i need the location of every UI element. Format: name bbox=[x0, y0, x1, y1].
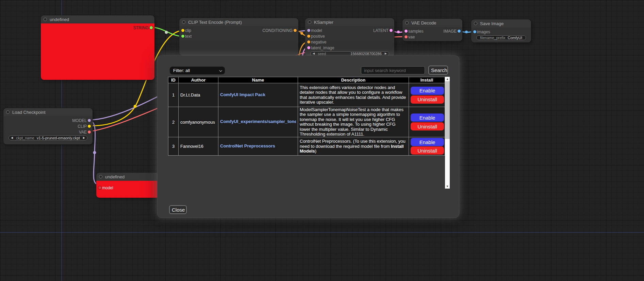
dropdown-caret-icon bbox=[219, 69, 222, 72]
input-slot-model[interactable] bbox=[307, 29, 310, 32]
wire-midpoint-dot bbox=[134, 105, 137, 108]
output-slot-clip[interactable] bbox=[88, 125, 91, 128]
close-button[interactable]: Close bbox=[169, 205, 187, 214]
node-collapse-icon[interactable] bbox=[99, 175, 102, 178]
input-slot-samples[interactable] bbox=[404, 30, 408, 33]
node-collapse-icon[interactable] bbox=[6, 110, 10, 114]
output-slot-label: VAE bbox=[79, 130, 87, 135]
node-clip-text-encode[interactable]: CLIP Text Encode (Prompt) clip CONDITION… bbox=[179, 18, 298, 55]
column-header-name: Name bbox=[218, 77, 298, 83]
input-slot-label: negative bbox=[311, 40, 326, 45]
uninstall-button[interactable]: Uninstall bbox=[411, 95, 444, 104]
node-ksampler[interactable]: KSampler model LATENT positive negative … bbox=[305, 18, 394, 57]
input-slot-label: text bbox=[185, 34, 192, 39]
output-slot-latent[interactable] bbox=[390, 29, 393, 32]
input-slot-clip[interactable] bbox=[181, 29, 184, 32]
node-collapse-icon[interactable] bbox=[474, 22, 477, 25]
input-slot-model[interactable] bbox=[98, 186, 101, 189]
decrement-arrow-icon[interactable]: ◀ bbox=[11, 137, 13, 139]
node-title: undefined bbox=[50, 17, 69, 22]
node-header: undefined bbox=[41, 15, 154, 23]
input-slot-label: latent_image bbox=[311, 46, 334, 50]
extension-description: This extension offers various detector n… bbox=[298, 83, 409, 107]
input-slot-label: model bbox=[102, 186, 113, 190]
wire-midpoint-dot bbox=[465, 31, 468, 33]
node-header: CLIP Text Encode (Prompt) bbox=[179, 18, 298, 26]
output-slot-label: LATENT bbox=[373, 28, 389, 33]
input-slot-latent-image[interactable] bbox=[307, 46, 310, 49]
node-title: Save Image bbox=[480, 21, 503, 26]
output-slot-conditioning[interactable] bbox=[294, 29, 297, 32]
search-input[interactable] bbox=[361, 66, 425, 74]
column-header-author: Author bbox=[179, 77, 218, 83]
input-slot-label: samples bbox=[408, 29, 424, 34]
enable-button[interactable]: Enable bbox=[411, 87, 444, 95]
output-slot-label: MODEL bbox=[72, 118, 87, 123]
extension-link[interactable]: ComfyUI Impact Pack bbox=[220, 92, 265, 97]
scroll-up-icon[interactable]: ▲ bbox=[445, 77, 450, 81]
node-load-checkpoint[interactable]: Load Checkpoint MODEL CLIP VAE ◀ ckpt_na… bbox=[3, 108, 93, 144]
input-slot-positive[interactable] bbox=[307, 35, 310, 38]
input-slot-images[interactable] bbox=[473, 30, 476, 33]
widget-label: filename_prefix bbox=[480, 36, 506, 40]
node-collapse-icon[interactable] bbox=[182, 20, 185, 24]
increment-arrow-icon[interactable]: ▶ bbox=[385, 52, 387, 55]
canvas-origin-horizontal-line bbox=[0, 232, 644, 233]
extension-table: ID Author Name Description Install 1 Dr.… bbox=[168, 77, 445, 156]
output-slot-image[interactable] bbox=[458, 30, 461, 33]
ckpt-name-widget[interactable]: ◀ ckpt_name v1-5-pruned-emaonly.ckpt ▶ bbox=[9, 136, 87, 140]
node-title: KSampler bbox=[314, 20, 333, 25]
filename-prefix-widget[interactable]: filename_prefix ComfyUI bbox=[476, 35, 526, 40]
enable-button[interactable]: Enable bbox=[411, 138, 444, 146]
scroll-down-icon[interactable]: ▼ bbox=[445, 184, 450, 189]
input-slot-negative[interactable] bbox=[307, 40, 310, 43]
output-slot-label: CONDITIONING bbox=[262, 28, 293, 33]
extension-author: Dr.Lt.Data bbox=[179, 83, 218, 107]
uninstall-button[interactable]: Uninstall bbox=[411, 122, 444, 130]
extension-id: 2 bbox=[168, 107, 179, 137]
node-vae-decode[interactable]: VAE Decode samples IMAGE vae bbox=[402, 19, 462, 41]
output-slot-string[interactable] bbox=[150, 26, 153, 29]
extension-id: 3 bbox=[168, 137, 179, 156]
node-collapse-icon[interactable] bbox=[308, 20, 311, 24]
uninstall-button[interactable]: Uninstall bbox=[411, 146, 444, 155]
output-slot-model[interactable] bbox=[88, 119, 91, 122]
output-slot-vae[interactable] bbox=[88, 130, 91, 134]
widget-label: ckpt_name bbox=[16, 136, 34, 140]
widget-value: v1-5-pruned-emaonly.ckpt bbox=[37, 136, 80, 140]
node-header: KSampler bbox=[305, 18, 394, 26]
node-header: Save Image bbox=[471, 19, 531, 28]
wire-string bbox=[151, 27, 183, 36]
node-undefined-bottom[interactable]: undefined model bbox=[96, 173, 164, 198]
extension-description: ModelSamplerTonemapNoiseTest a node that… bbox=[298, 107, 409, 137]
extension-description: ControlNet Preprocessors. (To use this e… bbox=[298, 137, 409, 156]
filter-dropdown[interactable]: Filter: all bbox=[170, 67, 225, 74]
input-slot-text[interactable] bbox=[181, 35, 184, 38]
extension-link[interactable]: ControlNet Preprocessors bbox=[220, 143, 275, 148]
node-save-image[interactable]: Save Image images filename_prefix ComfyU… bbox=[471, 19, 531, 42]
node-collapse-icon[interactable] bbox=[405, 21, 409, 24]
column-header-install: Install bbox=[409, 77, 445, 83]
output-slot-label: IMAGE bbox=[443, 29, 457, 34]
decrement-arrow-icon[interactable]: ◀ bbox=[313, 52, 315, 55]
node-header: Load Checkpoint bbox=[3, 108, 93, 116]
widget-value: ComfyUI bbox=[508, 36, 522, 40]
table-header-row: ID Author Name Description Install bbox=[168, 77, 445, 83]
node-collapse-icon[interactable] bbox=[44, 18, 47, 21]
output-slot-label: STRING bbox=[133, 25, 149, 30]
search-button[interactable]: Search bbox=[428, 66, 448, 75]
extension-link[interactable]: ComfyUI_experiments/sampler_tonemap bbox=[220, 119, 296, 124]
input-slot-label: vae bbox=[408, 35, 415, 39]
scrollbar-thumb[interactable] bbox=[445, 81, 450, 139]
input-slot-label: images bbox=[477, 30, 490, 34]
wire-midpoint-dot bbox=[93, 151, 96, 154]
extension-author: comfyanonymous bbox=[179, 107, 218, 137]
enable-button[interactable]: Enable bbox=[411, 113, 444, 122]
input-slot-vae[interactable] bbox=[404, 35, 408, 38]
table-scrollbar[interactable]: ▲ ▼ bbox=[445, 77, 450, 189]
table-row: 2 comfyanonymous ComfyUI_experiments/sam… bbox=[168, 107, 445, 137]
node-title: undefined bbox=[105, 174, 125, 179]
filter-dropdown-label: Filter: all bbox=[173, 68, 190, 73]
increment-arrow-icon[interactable]: ▶ bbox=[83, 137, 85, 139]
node-undefined-top[interactable]: undefined STRING bbox=[41, 15, 154, 80]
